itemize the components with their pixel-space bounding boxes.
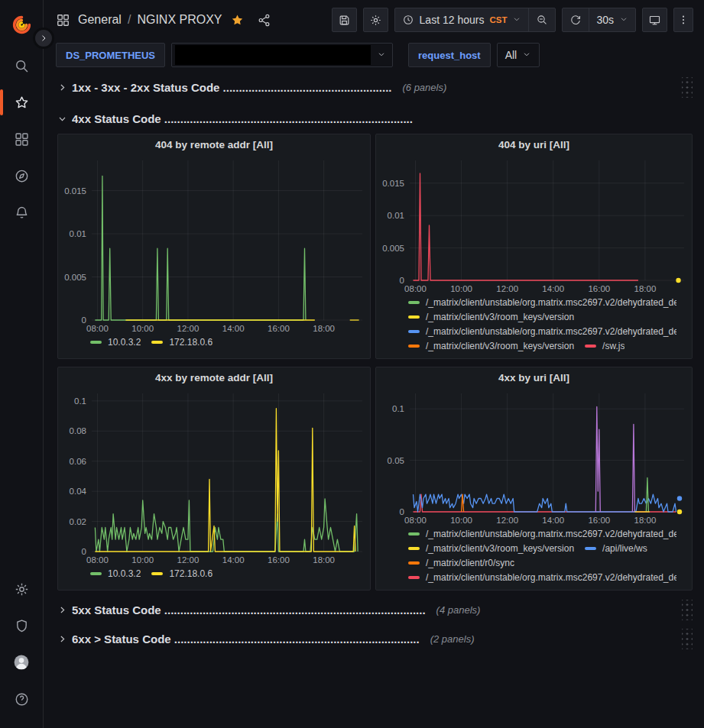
svg-text:14:00: 14:00 [542,284,564,293]
more-options-button[interactable] [673,8,693,32]
sidebar-item-server-admin[interactable] [6,610,37,641]
legend-item[interactable]: /_matrix/client/unstable/org.matrix.msc2… [408,529,676,539]
row-header-1xx-3xx-2xx[interactable]: 1xx - 3xx - 2xx Status Code ............… [57,76,693,98]
legend-item[interactable]: 172.18.0.6 [151,568,212,579]
legend-item[interactable]: 172.18.0.6 [151,337,212,348]
variable-label-request-host[interactable]: request_host [408,43,491,67]
dashboard-title[interactable]: NGINX PROXY [137,13,222,27]
row-drag-handle[interactable] [682,600,693,620]
legend-swatch [408,301,420,304]
grafana-logo[interactable] [6,9,37,40]
dashboard-settings-button[interactable] [363,8,388,32]
row-title: 6xx > Status Code ......................… [72,633,420,645]
chevron-down-icon [57,114,67,124]
svg-text:18:00: 18:00 [634,284,657,293]
time-series-chart[interactable]: 08:0010:0012:0014:0016:0018:0000.0050.01… [376,155,692,296]
svg-text:0: 0 [400,507,404,516]
save-dashboard-button[interactable] [332,8,357,32]
sidebar-item-explore[interactable] [6,160,37,191]
sidebar-item-alerting[interactable] [6,197,37,228]
favorite-star-icon[interactable] [230,13,245,28]
svg-text:14:00: 14:00 [222,555,245,565]
svg-text:0.1: 0.1 [392,404,404,413]
panel-title[interactable]: 404 by uri [All] [376,134,692,155]
variable-select-request-host[interactable]: All [497,43,540,67]
refresh-button[interactable] [563,8,589,31]
svg-text:12:00: 12:00 [177,555,200,565]
row-header-6xx[interactable]: 6xx > Status Code ......................… [57,628,693,649]
sidebar-item-starred[interactable] [6,87,37,118]
legend-item[interactable]: 10.0.3.2 [90,568,141,579]
time-series-chart[interactable]: 08:0010:0012:0014:0016:0018:0000.050.1 [376,388,692,527]
sidebar-item-dashboards[interactable] [6,124,37,154]
svg-text:0.015: 0.015 [382,179,404,188]
row-drag-handle[interactable] [682,77,693,98]
gear-icon [369,14,382,27]
legend-label: /_matrix/client/unstable/org.matrix.msc2… [426,326,676,337]
legend-swatch [408,532,420,535]
clock-icon [402,14,414,26]
share-icon[interactable] [257,13,271,28]
variable-label-ds-prometheus[interactable]: DS_PROMETHEUS [56,43,165,67]
shield-icon [14,618,30,634]
row-drag-handle[interactable] [682,629,693,649]
sidebar [0,0,44,728]
svg-text:16:00: 16:00 [268,324,290,333]
user-avatar [12,653,31,671]
sidebar-item-search[interactable] [6,50,37,81]
svg-text:12:00: 12:00 [496,516,518,525]
legend-item[interactable]: /_matrix/client/v3/room_keys/version [408,312,574,322]
panel-title[interactable]: 4xx by remote addr [All] [58,367,370,388]
legend-item[interactable]: /_matrix/client/unstable/org.matrix.msc2… [408,572,676,583]
legend-item[interactable]: /_matrix/client/r0/sync [408,558,514,568]
panel-legend: /_matrix/client/unstable/org.matrix.msc2… [376,527,692,590]
time-series-chart[interactable]: 08:0010:0012:0014:0016:0018:0000.020.040… [58,388,370,567]
svg-text:14:00: 14:00 [222,324,245,333]
legend-label: /_matrix/client/v3/room_keys/version [426,543,574,554]
legend-label: /_matrix/client/unstable/org.matrix.msc2… [426,572,676,583]
sidebar-expand-button[interactable] [33,28,54,49]
svg-text:16:00: 16:00 [588,284,610,293]
legend-item[interactable]: /_matrix/client/v3/room_keys/version [408,341,574,351]
panel-legend: 10.0.3.2172.18.0.6 [58,335,370,358]
monitor-icon [648,14,661,27]
variable-select-ds-prometheus[interactable] [171,43,393,67]
sidebar-item-profile[interactable] [6,647,37,678]
panel-title[interactable]: 4xx by uri [All] [376,367,692,388]
row-header-4xx[interactable]: 4xx Status Code ........................… [57,108,693,129]
row-panel-count: (6 panels) [402,82,446,93]
svg-text:0: 0 [400,276,404,285]
chevron-right-icon [57,605,67,615]
chevron-right-icon [39,34,48,43]
dashboard-content: 1xx - 3xx - 2xx Status Code ............… [44,70,704,728]
panel-legend: /_matrix/client/unstable/org.matrix.msc2… [376,296,692,358]
row-panel-count: (2 panels) [430,633,475,645]
time-series-chart[interactable]: 08:0010:0012:0014:0016:0018:0000.0050.01… [58,155,370,335]
legend-item[interactable]: 10.0.3.2 [90,337,141,348]
svg-text:0.02: 0.02 [70,517,86,526]
legend-label: 172.18.0.6 [169,568,212,579]
zoom-out-time-button[interactable] [528,8,555,31]
variables-row: DS_PROMETHEUS request_host All [44,40,704,70]
sidebar-item-configuration[interactable] [6,574,37,604]
row-title: 5xx Status Code ........................… [72,603,426,616]
request-host-value: All [505,49,517,61]
cycle-view-mode-button[interactable] [642,8,667,32]
legend-item[interactable]: /_matrix/client/v3/room_keys/version [408,543,574,554]
legend-item[interactable]: /_matrix/client/unstable/org.matrix.msc2… [408,326,676,337]
search-icon [14,58,30,74]
timezone-label: CST [489,15,507,24]
time-range-picker[interactable]: Last 12 hours CST [395,8,529,31]
legend-item[interactable]: /api/live/ws [585,543,647,554]
refresh-interval-picker[interactable]: 30s [589,8,635,31]
sidebar-item-help[interactable] [6,684,37,714]
legend-item[interactable]: /sw.js [585,341,625,351]
legend-item[interactable]: /_matrix/client/unstable/org.matrix.msc2… [408,297,676,308]
legend-swatch [90,572,102,575]
panel-title[interactable]: 404 by remote addr [All] [58,134,370,155]
panel-404-by-remote-addr: 404 by remote addr [All] 08:0010:0012:00… [57,134,371,359]
legend-label: /api/live/ws [602,543,647,554]
breadcrumb-folder[interactable]: General [78,13,122,27]
chevron-down-icon [619,13,628,27]
row-header-5xx[interactable]: 5xx Status Code ........................… [57,599,693,620]
